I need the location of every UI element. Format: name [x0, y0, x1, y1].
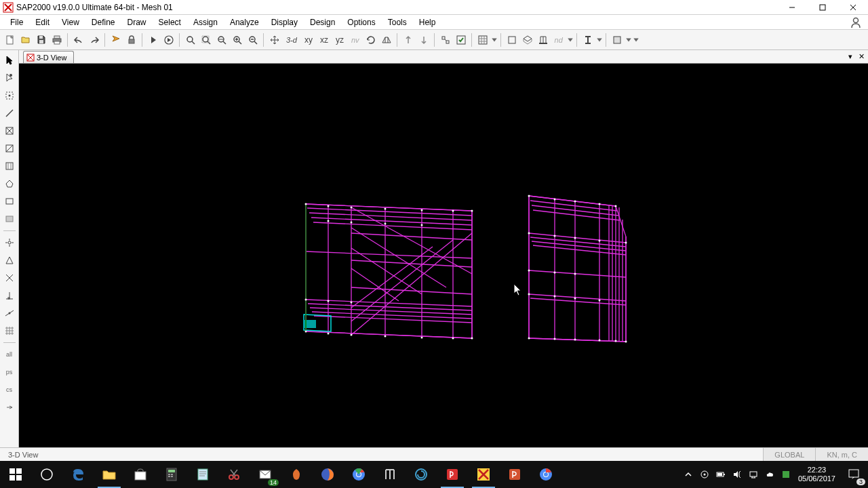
assign-frame-button[interactable]: [505, 33, 519, 47]
snap-line-tool[interactable]: [2, 306, 17, 321]
menu-tools[interactable]: Tools: [382, 16, 413, 29]
zoom-full-button[interactable]: [199, 33, 214, 47]
area-section-button[interactable]: [610, 33, 625, 47]
snap-perp-tool[interactable]: [2, 288, 17, 303]
object-shrink-button[interactable]: [438, 33, 453, 47]
set-display-button[interactable]: [454, 33, 469, 47]
snap-intersect-tool[interactable]: [2, 270, 17, 285]
rotate-button[interactable]: [363, 33, 378, 47]
area-section-dropdown[interactable]: [625, 35, 632, 45]
taskbar-app3[interactable]: [406, 461, 437, 488]
notification-center[interactable]: 3: [840, 461, 868, 488]
move-down-button[interactable]: [416, 33, 431, 47]
minimize-button[interactable]: [776, 0, 807, 15]
taskbar-clock[interactable]: 22:23 05/06/2017: [794, 466, 840, 483]
taskbar-snipping[interactable]: [218, 461, 250, 488]
undo-button[interactable]: [71, 33, 86, 47]
tray-chevron-icon[interactable]: [683, 469, 694, 480]
tray-location-icon[interactable]: [699, 469, 710, 480]
start-button[interactable]: [0, 461, 31, 488]
area-rect-tool[interactable]: [2, 194, 17, 209]
cortana-button[interactable]: [31, 461, 62, 488]
view-xz-button[interactable]: xz: [317, 35, 332, 45]
menu-draw[interactable]: Draw: [121, 16, 153, 29]
frame-tool[interactable]: [2, 106, 17, 121]
zoom-in-button[interactable]: [230, 33, 245, 47]
area-poly-tool[interactable]: [2, 176, 17, 191]
grid-dropdown[interactable]: [491, 35, 498, 45]
menu-assign[interactable]: Assign: [187, 16, 224, 29]
refresh-button[interactable]: [108, 33, 123, 47]
view-nd-button[interactable]: nd: [551, 36, 566, 44]
taskbar-chrome2[interactable]: [530, 461, 561, 488]
taskbar-edge[interactable]: [62, 461, 94, 488]
reshape-tool[interactable]: [2, 70, 17, 85]
run-step-button[interactable]: [161, 33, 176, 47]
taskbar-sap2000[interactable]: [468, 461, 499, 488]
open-button[interactable]: [18, 33, 33, 47]
section-dropdown[interactable]: [596, 35, 603, 45]
tray-app-icon[interactable]: [781, 469, 791, 480]
menu-define[interactable]: Define: [85, 16, 121, 29]
view-yz-button[interactable]: yz: [332, 35, 347, 45]
ps-tool[interactable]: ps: [2, 365, 17, 380]
user-icon[interactable]: [849, 16, 863, 29]
taskbar-firefox[interactable]: [312, 461, 343, 488]
menu-display[interactable]: Display: [265, 16, 304, 29]
tray-volume-icon[interactable]: [732, 469, 743, 480]
menu-view[interactable]: View: [56, 16, 85, 29]
view-3d-button[interactable]: 3-d: [283, 36, 300, 44]
tab-dropdown-button[interactable]: ▾: [846, 52, 855, 61]
pan-button[interactable]: [267, 33, 282, 47]
menu-help[interactable]: Help: [413, 16, 442, 29]
taskbar-store[interactable]: [125, 461, 156, 488]
status-units[interactable]: KN, m, C: [815, 448, 868, 461]
joint-tool[interactable]: [2, 88, 17, 103]
taskbar-mail[interactable]: 14: [250, 461, 281, 488]
view-nv-button[interactable]: nv: [348, 36, 363, 44]
print-button[interactable]: [50, 33, 64, 47]
nd-dropdown[interactable]: [567, 35, 574, 45]
secondary-beam-tool[interactable]: [2, 159, 17, 174]
zoom-rubber-button[interactable]: [183, 33, 198, 47]
zoom-out-button[interactable]: [245, 33, 260, 47]
cs-tool[interactable]: cs: [2, 382, 17, 397]
snap-point-tool[interactable]: [2, 235, 17, 250]
tab-3d-view[interactable]: 3-D View: [23, 51, 74, 63]
taskbar-explorer[interactable]: [94, 461, 125, 488]
move-up-button[interactable]: [401, 33, 416, 47]
tray-battery-icon[interactable]: [715, 469, 726, 480]
assign-area-button[interactable]: [520, 33, 535, 47]
taskbar-calculator[interactable]: [156, 461, 187, 488]
taskbar-app2[interactable]: [374, 461, 406, 488]
save-button[interactable]: [34, 33, 49, 47]
run-button[interactable]: [146, 33, 161, 47]
zoom-prev-button[interactable]: [214, 33, 229, 47]
view-xy-button[interactable]: xy: [301, 35, 316, 45]
more-tool[interactable]: [2, 400, 17, 415]
brace-tool[interactable]: [2, 141, 17, 156]
close-button[interactable]: [837, 0, 868, 15]
maximize-button[interactable]: [807, 0, 837, 15]
taskbar-notepad[interactable]: [187, 461, 218, 488]
section-button[interactable]: [580, 33, 595, 47]
all-tool[interactable]: all: [2, 347, 17, 362]
redo-button[interactable]: [87, 33, 102, 47]
perspective-button[interactable]: [379, 33, 394, 47]
menu-select[interactable]: Select: [153, 16, 187, 29]
quick-area-tool[interactable]: [2, 211, 17, 226]
menu-analyze[interactable]: Analyze: [224, 16, 265, 29]
grid-button[interactable]: [475, 33, 490, 47]
extra-dropdown[interactable]: [633, 35, 639, 45]
status-coord-system[interactable]: GLOBAL: [763, 448, 815, 461]
taskbar-chrome[interactable]: [343, 461, 374, 488]
menu-file[interactable]: File: [4, 16, 29, 29]
taskbar-powerpoint[interactable]: [499, 461, 530, 488]
menu-options[interactable]: Options: [341, 16, 381, 29]
viewport-3d[interactable]: [19, 64, 868, 447]
snap-grid-tool[interactable]: [2, 323, 17, 338]
taskbar-app1[interactable]: [281, 461, 312, 488]
taskbar-acrobat[interactable]: [437, 461, 468, 488]
tray-network-icon[interactable]: [748, 469, 759, 480]
tray-onedrive-icon[interactable]: [764, 469, 775, 480]
